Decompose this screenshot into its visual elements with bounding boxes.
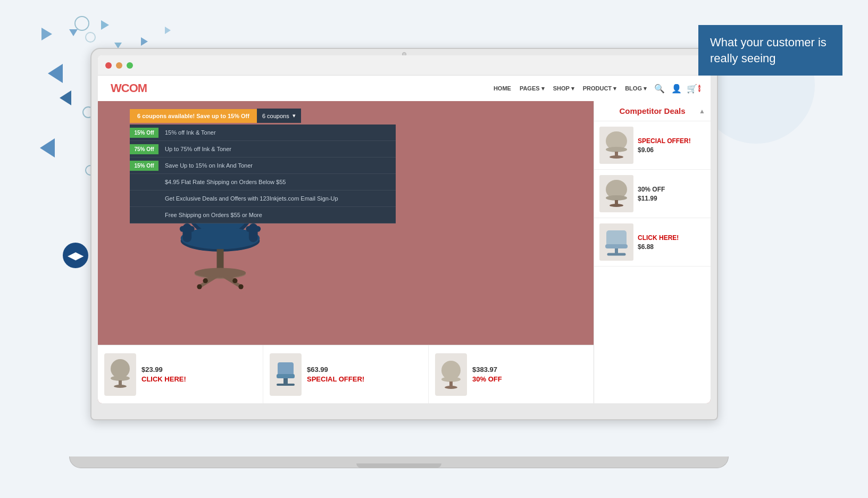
competitor-label-2: 30% OFF [638,186,665,193]
coupon-item-3[interactable]: 15% Off Save Up to 15% on Ink And Toner [130,157,396,174]
nav-home[interactable]: HOME [494,85,511,92]
tooltip-text: What your customer is really seeing [710,36,827,65]
nav-shop[interactable]: SHOP ▾ [553,85,574,92]
svg-point-36 [606,195,627,201]
svg-point-11 [197,284,202,289]
bottom-product-img-1 [104,353,136,396]
bottom-product-bar: $23.99 CLICK HERE! [98,345,594,403]
svg-point-28 [441,377,461,382]
coupon-item-4[interactable]: $4.95 Flat Rate Shipping on Orders Below… [130,174,396,190]
competitor-item-3[interactable]: CLICK HERE! $6.88 [594,218,711,267]
competitor-item-info-2: 30% OFF $11.99 [638,186,665,202]
bottom-product-2: $63.99 SPECIAL OFFER! [263,345,429,403]
bottom-product-info-3: $383.97 30% OFF [472,366,502,383]
coupon-badge-6 [130,213,158,217]
user-icon[interactable]: 👤 [672,84,681,93]
nav-arrow-button[interactable]: ◀▶ [63,243,88,268]
laptop-screen: WCOM HOME PAGES ▾ SHOP ▾ PRODUCT ▾ BLOG … [98,55,711,403]
bottom-price-1: $23.99 [141,366,186,374]
coupon-badge-1: 15% Off [130,128,158,138]
svg-point-38 [610,204,623,207]
product-area: 6 coupons available! Save up to 15% Off … [98,101,594,403]
browser-chrome [98,55,711,76]
coupon-chevron-icon: ▾ [293,112,296,119]
coupon-item-6[interactable]: Free Shipping on Orders $55 or More [130,207,396,223]
nav-product[interactable]: PRODUCT ▾ [583,85,616,92]
coupon-item-5[interactable]: Get Exclusive Deals and Offers with 123I… [130,190,396,207]
svg-point-19 [111,359,130,378]
store-page: WCOM HOME PAGES ▾ SHOP ▾ PRODUCT ▾ BLOG … [98,76,711,403]
competitor-item-2[interactable]: 30% OFF $11.99 [594,170,711,218]
competitor-img-3 [599,223,633,261]
bottom-price-2: $63.99 [307,366,364,374]
coupon-dropdown[interactable]: 6 coupons ▾ [257,109,301,123]
competitor-chair-svg-3 [602,226,631,258]
svg-point-34 [610,155,623,159]
laptop-wrapper: WCOM HOME PAGES ▾ SHOP ▾ PRODUCT ▾ BLOG … [53,32,745,468]
bottom-cta-1[interactable]: CLICK HERE! [141,375,186,383]
coupon-label[interactable]: 6 coupons available! Save up to 15% Off [130,109,257,123]
coupon-text-1: 15% off Ink & Toner [158,124,396,140]
svg-rect-39 [606,230,627,246]
competitor-price-3: $6.88 [638,243,679,251]
coupon-item-2[interactable]: 75% Off Up to 75% off Ink & Toner [130,141,396,157]
coupon-text-3: Save Up to 15% on Ink And Toner [158,157,396,173]
coupon-badge-4 [130,180,158,184]
competitor-item-info-1: SPECIAL OFFER! $9.06 [638,137,691,154]
svg-rect-25 [283,378,288,384]
traffic-dot-yellow[interactable] [116,62,122,69]
svg-rect-24 [277,374,295,378]
cart-badge: 0 [698,85,700,92]
bottom-product-1: $23.99 CLICK HERE! [98,345,263,403]
svg-point-13 [203,278,208,283]
bottom-cta-3[interactable]: 30% OFF [472,375,502,383]
traffic-dot-green[interactable] [127,62,133,69]
bottom-product-img-2 [270,353,302,396]
competitor-header: Competitor Deals ▲ [594,101,711,121]
logo-w: W [111,81,121,95]
svg-point-14 [232,278,237,283]
competitor-img-2 [599,175,633,212]
coupon-text-5: Get Exclusive Deals and Offers with 123I… [158,190,396,206]
laptop-base [69,456,729,468]
laptop-body: WCOM HOME PAGES ▾ SHOP ▾ PRODUCT ▾ BLOG … [90,48,718,420]
competitor-label-3: CLICK HERE! [638,234,679,242]
competitor-title: Competitor Deals [599,106,705,115]
chair-thumb-svg-1 [107,357,133,392]
bottom-cta-2[interactable]: SPECIAL OFFER! [307,375,364,383]
bottom-product-info-1: $23.99 CLICK HERE! [141,366,186,383]
competitor-label-1: SPECIAL OFFER! [638,137,691,145]
search-icon[interactable]: 🔍 [655,84,664,93]
tooltip-box: What your customer is really seeing [698,25,842,76]
svg-point-32 [606,147,627,152]
competitor-chair-svg-1 [602,129,631,161]
coupon-item-1[interactable]: 15% Off 15% off Ink & Toner [130,124,396,141]
bottom-product-3: $383.97 30% OFF [429,345,594,403]
coupon-list: 15% Off 15% off Ink & Toner 75% Off Up t… [130,124,396,223]
coupon-badge-5 [130,196,158,201]
competitor-img-1 [599,127,633,164]
chair-thumb-svg-2 [272,357,299,392]
logo-com: COM [121,81,147,95]
coupon-text-4: $4.95 Flat Rate Shipping on Orders Below… [158,174,396,190]
competitor-item-info-3: CLICK HERE! $6.88 [638,234,679,251]
competitor-item-1[interactable]: SPECIAL OFFER! $9.06 [594,121,711,170]
chair-thumb-svg-3 [438,357,464,392]
coupon-dropdown-text: 6 coupons [262,113,289,119]
svg-point-12 [238,284,243,289]
svg-rect-17 [180,226,195,232]
competitor-price-2: $11.99 [638,195,665,202]
store-logo: WCOM [111,81,147,95]
traffic-dot-red[interactable] [105,62,112,69]
competitor-price-1: $9.06 [638,146,691,154]
bottom-product-img-3 [435,353,467,396]
coupon-bar: 6 coupons available! Save up to 15% Off … [130,109,301,123]
nav-blog[interactable]: BLOG ▾ [625,85,647,92]
nav-pages[interactable]: PAGES ▾ [520,85,545,92]
chevron-up-icon[interactable]: ▲ [699,107,705,115]
bottom-price-3: $383.97 [472,366,502,374]
store-nav: WCOM HOME PAGES ▾ SHOP ▾ PRODUCT ▾ BLOG … [98,76,711,101]
svg-rect-18 [246,226,261,232]
cart-icon[interactable]: 🛒0 [689,84,698,93]
coupon-badge-3: 15% Off [130,161,158,171]
